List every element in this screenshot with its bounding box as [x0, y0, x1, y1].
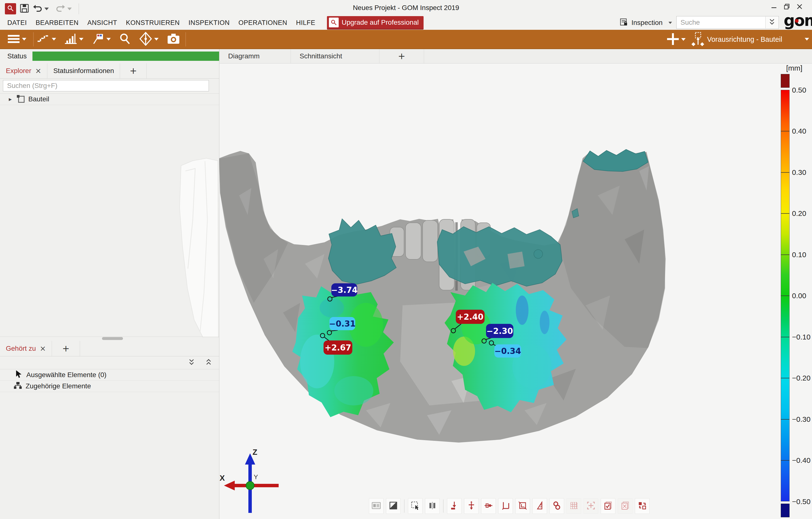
restore-button[interactable] [784, 3, 790, 11]
deviation-label[interactable]: +2.40 [456, 310, 485, 324]
double-chevron-up-icon[interactable] [205, 358, 212, 367]
navigation-icon[interactable] [139, 32, 152, 47]
tab-diagramm[interactable]: Diagramm [219, 49, 291, 63]
viewport-tab-bar: Diagramm Schnittansicht + [219, 49, 812, 63]
related-elements-row[interactable]: Zugehörige Elemente [0, 381, 219, 392]
search-expand-button[interactable] [765, 17, 778, 28]
angle-measure-button[interactable] [532, 498, 547, 514]
splitter-handle[interactable] [102, 337, 123, 340]
grid-button[interactable] [567, 498, 581, 514]
camera-icon[interactable] [167, 33, 180, 46]
status-row: Status [0, 49, 219, 63]
angle-measure-icon [535, 501, 544, 511]
tab-explorer[interactable]: Explorer× [0, 63, 47, 78]
redo-button[interactable] [56, 4, 75, 14]
minimize-button[interactable] [771, 3, 777, 11]
save-icon [20, 10, 29, 14]
colorbar-label: −0.30 [792, 415, 812, 424]
colorbar-tick [781, 337, 789, 337]
deviation-label[interactable]: −3.74 [331, 283, 357, 297]
undo-button[interactable] [33, 4, 52, 14]
tree-item-bauteil[interactable]: ▸ Bauteil [0, 93, 219, 105]
chevron-down-icon[interactable] [67, 7, 72, 10]
colorbar-label: −0.50 [792, 497, 812, 506]
gom-quick-search-button[interactable] [5, 3, 16, 15]
chevron-down-icon[interactable] [668, 22, 672, 24]
contrast-toggle-button[interactable] [386, 498, 401, 514]
chevron-down-icon[interactable] [79, 38, 83, 40]
curve-icon[interactable] [37, 33, 50, 45]
label-deviation-button[interactable] [447, 498, 462, 514]
excluded-elements-button[interactable] [618, 498, 632, 514]
search-icon[interactable] [119, 33, 131, 46]
swap-stages-icon [638, 501, 646, 511]
coordinate-frame-button[interactable] [515, 498, 530, 514]
upgrade-professional-button[interactable]: Upgrade auf Professional [327, 16, 424, 30]
panel-layout-button[interactable] [369, 498, 383, 514]
deviation-label[interactable]: −2.30 [486, 324, 513, 338]
upgrade-label: Upgrade auf Professional [342, 19, 419, 26]
chevron-down-icon[interactable] [805, 38, 809, 40]
tab-gehoert-zu[interactable]: Gehört zu× [0, 341, 52, 356]
panel-splitter[interactable] [0, 336, 219, 337]
close-button[interactable] [796, 3, 803, 11]
chevron-down-icon[interactable] [22, 38, 26, 40]
chevron-down-icon[interactable] [45, 7, 49, 10]
menu-operationen[interactable]: OPERATIONEN [238, 19, 287, 27]
grid-icon [570, 501, 578, 511]
close-icon[interactable]: × [35, 67, 41, 75]
selected-elements-row[interactable]: Ausgewählte Elemente (0) [0, 369, 219, 381]
status-progress-bar [32, 52, 219, 61]
chart-icon[interactable] [64, 33, 77, 46]
redo-icon [56, 4, 65, 14]
chevron-down-icon[interactable] [154, 38, 158, 40]
colorbar-tick [781, 172, 789, 173]
tab-statusinformationen[interactable]: Statusinformationen [47, 63, 120, 78]
plus-icon[interactable] [667, 33, 679, 47]
surface-frame-button[interactable] [498, 498, 513, 514]
menu-inspektion[interactable]: INSPEKTION [188, 19, 230, 27]
toolbar-separator [33, 32, 34, 47]
tab-schnittansicht[interactable]: Schnittansicht [291, 49, 379, 63]
tab-add-view[interactable]: + [379, 49, 424, 63]
deviation-flag-button[interactable] [464, 498, 479, 514]
tab-add-panel[interactable]: + [120, 63, 147, 78]
double-chevron-down-icon[interactable] [188, 358, 195, 367]
fit-frame-icon [586, 501, 595, 511]
explorer-search-input[interactable] [3, 80, 209, 91]
checked-elements-button[interactable] [601, 498, 615, 514]
deviation-label[interactable]: −0.31 [329, 317, 355, 330]
mesh-3d-scene[interactable]: Z X Y [168, 63, 812, 519]
chevron-down-icon[interactable] [106, 38, 111, 40]
tab-add-belongs[interactable]: + [52, 341, 80, 356]
caret-right-icon[interactable]: ▸ [9, 96, 12, 103]
menu-hilfe[interactable]: HILFE [296, 19, 315, 27]
area-select-button[interactable] [408, 498, 423, 514]
chevron-down-icon[interactable] [52, 38, 56, 40]
panel-layout-icon [372, 501, 381, 511]
colorbar-tick [781, 419, 789, 419]
colorbar-label: 0.30 [792, 168, 812, 176]
fit-frame-button[interactable] [584, 498, 598, 514]
menu-konstruieren[interactable]: KONSTRUIEREN [126, 19, 180, 27]
diameter-measure-button[interactable] [549, 498, 564, 514]
menu-icon[interactable] [7, 34, 20, 45]
alignment-selector[interactable]: Vorausrichtung - Bauteil [707, 35, 782, 44]
svg-text:X: X [220, 473, 225, 482]
split-compare-button[interactable] [425, 498, 440, 514]
global-search-input[interactable] [676, 16, 779, 29]
chevron-down-icon[interactable] [681, 38, 686, 41]
menu-bearbeiten[interactable]: BEARBEITEN [36, 19, 79, 27]
close-icon[interactable]: × [40, 345, 46, 352]
tag-icon[interactable] [92, 33, 105, 46]
workspace-selector[interactable]: Inspection [632, 19, 663, 27]
svg-text:Y: Y [254, 473, 258, 481]
menu-datei[interactable]: DATEI [7, 19, 27, 27]
swap-stages-button[interactable] [635, 498, 649, 514]
save-button[interactable] [20, 3, 29, 14]
gom-inspect-window: Neues Projekt - GOM Inspect 2019 [0, 0, 812, 519]
menu-ansicht[interactable]: ANSICHT [87, 19, 117, 27]
deviation-label[interactable]: +2.67 [323, 340, 352, 355]
dimension-width-button[interactable] [481, 498, 496, 514]
deviation-label[interactable]: −0.34 [494, 345, 521, 358]
